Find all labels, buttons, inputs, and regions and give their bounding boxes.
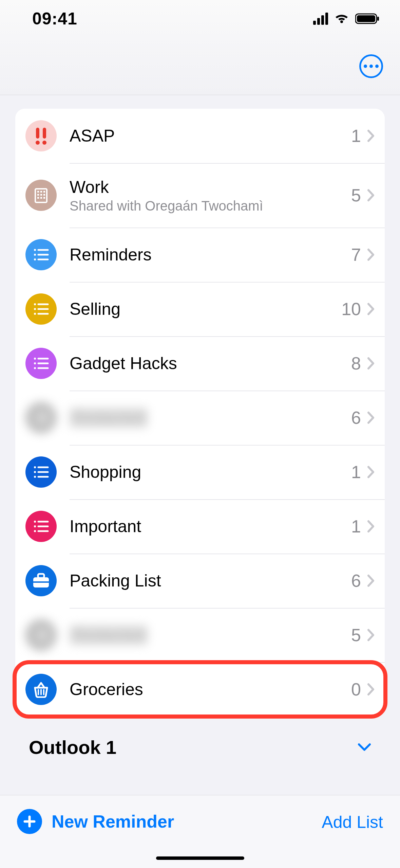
list-row-groceries[interactable]: Groceries0 <box>15 662 385 717</box>
new-reminder-label: New Reminder <box>52 811 174 832</box>
list-icon <box>25 348 57 379</box>
svg-point-41 <box>34 466 36 468</box>
list-title: Gadget Hacks <box>70 354 351 373</box>
chevron-right-icon <box>367 357 375 370</box>
svg-rect-16 <box>43 197 45 199</box>
cellular-icon <box>313 13 328 25</box>
list-row-shopping[interactable]: Shopping1 <box>15 445 385 499</box>
list-row-labels: Important <box>70 517 351 536</box>
svg-rect-14 <box>37 197 39 199</box>
briefcase-icon <box>25 565 57 596</box>
list-row-labels: Packing List <box>70 571 351 591</box>
svg-point-31 <box>34 362 36 364</box>
list-row-labels: Selling <box>70 299 341 319</box>
lists-content: ASAP1WorkShared with Oregaán Twochamì5Re… <box>0 95 400 758</box>
list-row-reminders[interactable]: Reminders7 <box>15 228 385 282</box>
svg-point-25 <box>34 308 36 310</box>
list-title: Redacted <box>70 625 148 645</box>
svg-point-6 <box>42 141 46 145</box>
list-title: Groceries <box>70 680 351 699</box>
section-header-outlook[interactable]: Outlook 1 <box>15 717 385 758</box>
basket-icon <box>25 674 57 705</box>
list-icon <box>25 456 57 488</box>
svg-point-58 <box>34 634 36 636</box>
wifi-icon <box>334 13 349 24</box>
more-button[interactable] <box>359 54 383 78</box>
chevron-right-icon <box>367 248 375 261</box>
list-count: 7 <box>351 245 361 265</box>
list-row-labels: Redacted <box>70 408 351 428</box>
list-title: Reminders <box>70 245 351 265</box>
more-dots-icon <box>364 65 367 68</box>
list-count: 6 <box>351 571 361 591</box>
new-reminder-button[interactable]: New Reminder <box>17 809 174 834</box>
svg-point-19 <box>34 254 36 256</box>
list-row-labels: ASAP <box>70 126 351 146</box>
svg-rect-9 <box>40 191 42 193</box>
svg-point-60 <box>34 639 36 641</box>
svg-point-43 <box>34 471 36 473</box>
chevron-right-icon <box>367 629 375 641</box>
list-icon <box>25 239 57 270</box>
list-count: 1 <box>351 516 361 537</box>
svg-rect-15 <box>40 197 42 199</box>
svg-point-29 <box>34 358 36 360</box>
svg-rect-5 <box>43 128 46 139</box>
list-row-selling[interactable]: Selling10 <box>15 282 385 336</box>
svg-point-33 <box>34 367 36 369</box>
list-row-packing[interactable]: Packing List6 <box>15 554 385 608</box>
svg-point-49 <box>34 525 36 527</box>
chevron-right-icon <box>367 411 375 424</box>
list-row-labels: Redacted <box>70 625 351 645</box>
section-title: Outlook 1 <box>29 736 116 758</box>
svg-point-4 <box>36 141 40 145</box>
list-count: 5 <box>351 185 361 205</box>
svg-point-37 <box>34 417 36 419</box>
list-row-redacted1[interactable]: Redacted6 <box>15 391 385 445</box>
svg-point-21 <box>34 258 36 260</box>
svg-rect-1 <box>357 15 375 22</box>
list-icon <box>25 402 57 433</box>
list-row-labels: WorkShared with Oregaán Twochamì <box>70 177 351 214</box>
list-title: Redacted <box>70 408 148 428</box>
list-title: Selling <box>70 299 341 319</box>
list-row-gadget[interactable]: Gadget Hacks8 <box>15 336 385 391</box>
lists-card: ASAP1WorkShared with Oregaán Twochamì5Re… <box>15 109 385 717</box>
list-row-labels: Shopping <box>70 462 351 482</box>
add-list-button[interactable]: Add List <box>322 809 383 832</box>
chevron-right-icon <box>367 466 375 478</box>
chevron-right-icon <box>367 129 375 142</box>
list-row-work[interactable]: WorkShared with Oregaán Twochamì5 <box>15 163 385 228</box>
list-count: 6 <box>351 408 361 428</box>
svg-rect-54 <box>38 574 44 578</box>
list-title: Shopping <box>70 462 351 482</box>
plus-circle-icon <box>17 809 42 834</box>
status-bar: 09:41 <box>0 0 400 37</box>
list-icon <box>25 511 57 542</box>
list-row-labels: Gadget Hacks <box>70 354 351 373</box>
list-count: 1 <box>351 462 361 482</box>
list-row-asap[interactable]: ASAP1 <box>15 109 385 163</box>
chevron-right-icon <box>367 683 375 696</box>
list-subtitle: Shared with Oregaán Twochamì <box>70 198 351 214</box>
list-row-important[interactable]: Important1 <box>15 499 385 554</box>
list-count: 0 <box>351 679 361 700</box>
svg-rect-11 <box>37 194 39 196</box>
list-title: ASAP <box>70 126 351 146</box>
list-row-labels: Reminders <box>70 245 351 265</box>
svg-point-39 <box>34 421 36 423</box>
top-nav <box>0 37 400 95</box>
chevron-right-icon <box>367 574 375 587</box>
double-exclaim-icon <box>25 120 57 151</box>
list-title: Work <box>70 177 351 197</box>
svg-point-23 <box>34 303 36 305</box>
svg-point-51 <box>34 530 36 532</box>
building-icon <box>25 180 57 211</box>
list-row-redacted2[interactable]: Redacted5 <box>15 608 385 662</box>
status-indicators <box>313 13 380 25</box>
svg-point-47 <box>34 521 36 523</box>
svg-point-35 <box>34 412 36 414</box>
list-count: 1 <box>351 126 361 146</box>
svg-rect-2 <box>377 17 379 21</box>
list-icon <box>25 293 57 325</box>
